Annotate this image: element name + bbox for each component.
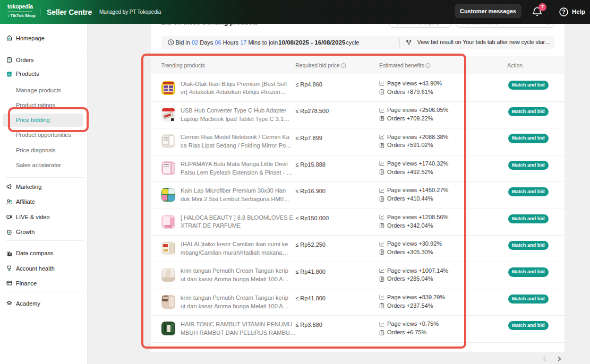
svg-text:?: ? [562,8,565,15]
